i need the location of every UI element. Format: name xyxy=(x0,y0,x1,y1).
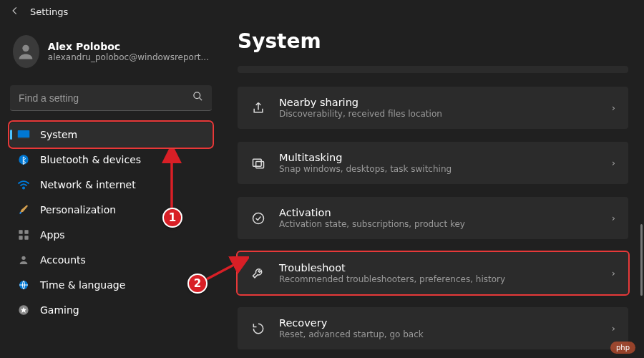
sidebar-item-time-language[interactable]: Time & language xyxy=(10,273,212,297)
sidebar-item-label: Network & internet xyxy=(40,179,136,190)
settings-row-title: Multitasking xyxy=(279,152,599,163)
search-box[interactable] xyxy=(10,85,212,111)
settings-list: Nearby sharing Discoverability, received… xyxy=(238,66,628,357)
sidebar-item-label: Personalization xyxy=(40,204,116,216)
sidebar-item-label: System xyxy=(40,129,77,140)
sidebar-item-personalization[interactable]: Personalization xyxy=(10,198,212,222)
bluetooth-icon xyxy=(17,153,30,166)
settings-row-desc: Activation state, subscriptions, product… xyxy=(279,219,599,229)
settings-row-troubleshoot[interactable]: Troubleshoot Recommended troubleshooters… xyxy=(238,252,628,294)
sidebar: Alex Poloboc alexandru_poloboc@windowsre… xyxy=(0,24,222,357)
share-icon xyxy=(250,100,266,116)
accounts-icon xyxy=(17,253,30,266)
search-icon xyxy=(192,91,203,105)
chevron-right-icon: › xyxy=(612,323,615,334)
sidebar-item-label: Bluetooth & devices xyxy=(40,154,141,165)
watermark: php xyxy=(610,342,635,354)
settings-row-desc: Recommended troubleshooters, preferences… xyxy=(279,274,599,284)
settings-row-title: Activation xyxy=(279,207,599,218)
sidebar-item-label: Time & language xyxy=(40,279,125,291)
nav-list: System Bluetooth & devices Network & int… xyxy=(10,122,212,322)
svg-point-5 xyxy=(23,187,24,188)
scrollbar[interactable] xyxy=(640,224,643,296)
window-title: Settings xyxy=(30,6,68,17)
chevron-right-icon: › xyxy=(612,158,615,168)
settings-row-multitasking[interactable]: Multitasking Snap windows, desktops, tas… xyxy=(238,142,628,184)
display-icon xyxy=(17,128,30,141)
settings-row-title: Recovery xyxy=(279,317,599,329)
settings-row-desc: Reset, advanced startup, go back xyxy=(279,329,599,339)
settings-row-desc: Discoverability, received files location xyxy=(279,109,599,119)
sidebar-item-network[interactable]: Network & internet xyxy=(10,173,212,197)
chevron-right-icon: › xyxy=(612,102,615,113)
settings-row-partial[interactable] xyxy=(238,66,628,73)
svg-rect-8 xyxy=(19,236,22,239)
svg-rect-9 xyxy=(24,236,28,239)
check-circle-icon xyxy=(250,211,266,226)
user-name: Alex Poloboc xyxy=(48,41,209,52)
settings-row-recovery[interactable]: Recovery Reset, advanced startup, go bac… xyxy=(238,307,628,349)
sidebar-item-label: Apps xyxy=(40,229,65,241)
settings-row-nearby-sharing[interactable]: Nearby sharing Discoverability, received… xyxy=(238,87,628,129)
svg-rect-14 xyxy=(256,161,264,168)
gaming-icon xyxy=(17,304,30,316)
wrench-icon xyxy=(250,266,266,281)
svg-point-4 xyxy=(19,155,28,164)
sidebar-item-label: Accounts xyxy=(40,254,86,266)
settings-row-title: Troubleshoot xyxy=(279,262,599,274)
wifi-icon xyxy=(17,178,30,191)
svg-point-0 xyxy=(23,45,29,52)
multitasking-icon xyxy=(250,155,266,171)
chevron-right-icon: › xyxy=(612,213,615,223)
svg-rect-13 xyxy=(253,159,262,166)
globe-icon xyxy=(17,279,30,291)
settings-row-title: Nearby sharing xyxy=(279,97,599,108)
sidebar-item-gaming[interactable]: Gaming xyxy=(10,298,212,322)
svg-point-10 xyxy=(21,256,25,260)
svg-rect-6 xyxy=(19,230,22,233)
settings-row-desc: Snap windows, desktops, task switching xyxy=(279,164,599,174)
back-icon[interactable] xyxy=(10,6,20,18)
apps-icon xyxy=(17,228,30,241)
svg-point-15 xyxy=(253,213,264,223)
search-input[interactable] xyxy=(19,92,192,104)
sidebar-item-label: Gaming xyxy=(40,304,79,316)
sidebar-item-accounts[interactable]: Accounts xyxy=(10,248,212,272)
page-title: System xyxy=(238,29,628,53)
user-section[interactable]: Alex Poloboc alexandru_poloboc@windowsre… xyxy=(10,31,212,81)
svg-rect-7 xyxy=(24,230,28,233)
user-email: alexandru_poloboc@windowsreport... xyxy=(48,52,209,62)
avatar xyxy=(13,35,39,68)
sidebar-item-system[interactable]: System xyxy=(10,122,212,147)
svg-rect-2 xyxy=(18,130,30,138)
sidebar-item-bluetooth[interactable]: Bluetooth & devices xyxy=(10,147,212,172)
svg-rect-3 xyxy=(18,138,30,140)
main-panel: System Nearby sharing Discoverability, r… xyxy=(222,24,644,357)
recovery-icon xyxy=(250,321,266,337)
chevron-right-icon: › xyxy=(612,268,615,279)
sidebar-item-apps[interactable]: Apps xyxy=(10,223,212,247)
svg-point-1 xyxy=(194,92,200,99)
settings-row-activation[interactable]: Activation Activation state, subscriptio… xyxy=(238,197,628,239)
paintbrush-icon xyxy=(17,203,30,216)
